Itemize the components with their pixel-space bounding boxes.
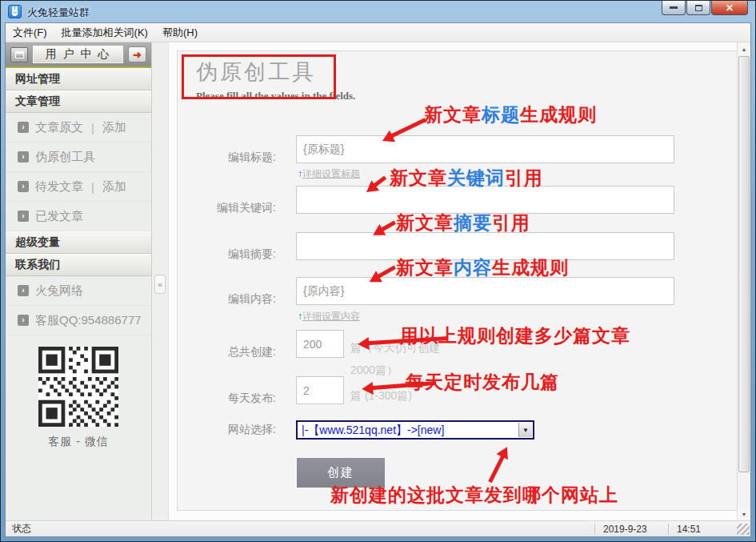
chevron-right-icon: › xyxy=(18,181,29,192)
total-create-suffix2: 2000篇） xyxy=(350,363,398,378)
annotation-title-rule: 新文章标题生成规则 xyxy=(424,102,597,127)
sidebar-link-add-pending[interactable]: 添加 xyxy=(102,179,126,195)
page-title: 伪原创工具 xyxy=(196,58,316,86)
chevron-right-icon: › xyxy=(18,151,29,163)
keywords-field-label: 编辑关键词: xyxy=(182,201,276,215)
sidebar-header-url-management[interactable]: 网址管理 xyxy=(6,68,151,90)
app-window: 火兔轻量站群 ✕ 文件(F) 批量添加相关词(K) 帮助(H) 用 户 中 心 … xyxy=(0,0,756,542)
annotation-keywords-ref: 新文章关键词引用 xyxy=(390,166,543,191)
menu-batch-add-keywords[interactable]: 批量添加相关词(K) xyxy=(54,23,155,42)
content-detail-link[interactable]: ↑详细设置内容 xyxy=(298,310,360,323)
page-subtitle: Please fill all the values in the fields… xyxy=(196,90,355,102)
sidebar-item-published-articles[interactable]: › 已发文章 xyxy=(6,202,151,231)
status-bar: 状态 2019-9-23 14:51 xyxy=(6,520,750,536)
site-select-value: |-【www.521qq.net】->[new] xyxy=(302,424,444,438)
menu-bar: 文件(F) 批量添加相关词(K) 帮助(H) xyxy=(6,23,750,42)
daily-publish-label: 每天发布: xyxy=(182,391,276,406)
sidebar-item-pseudo-original-tool[interactable]: › 伪原创工具 xyxy=(6,143,151,172)
menu-help[interactable]: 帮助(H) xyxy=(155,23,205,42)
qr-caption: 客服 - 微信 xyxy=(6,435,151,449)
chevron-right-icon: › xyxy=(18,122,29,133)
sidebar-link-add-article[interactable]: 添加 xyxy=(102,120,126,135)
window-icon[interactable] xyxy=(10,47,28,62)
vertical-scrollbar[interactable]: ▲ ▼ xyxy=(737,42,750,520)
window-title: 火兔轻量站群 xyxy=(27,6,90,20)
sidebar-toolbar: 用 户 中 心 ➜ xyxy=(6,42,151,68)
resize-grip[interactable] xyxy=(737,524,750,535)
site-select-dropdown[interactable]: |-【www.521qq.net】->[new] ▼ xyxy=(296,420,534,440)
sidebar-header-super-variables[interactable]: 超级变量 xyxy=(6,231,151,254)
scroll-up-icon[interactable]: ▲ xyxy=(738,42,750,55)
site-select-label: 网站选择: xyxy=(182,423,276,437)
annotation-target-site: 新创建的这批文章发到哪个网站上 xyxy=(330,483,618,508)
chevron-right-icon: › xyxy=(18,315,29,326)
collapse-sidebar-icon[interactable]: « xyxy=(154,275,166,294)
main-content: 伪原创工具 Please fill all the values in the … xyxy=(169,42,737,520)
sidebar-item-huotu-network[interactable]: › 火兔网络 xyxy=(6,276,151,306)
title-detail-link[interactable]: ↑详细设置标题 xyxy=(298,167,360,181)
chevron-right-icon: › xyxy=(18,211,29,222)
status-date: 2019-9-23 xyxy=(594,524,668,535)
chevron-right-icon: › xyxy=(18,285,29,296)
title-field-label: 编辑标题: xyxy=(182,151,276,165)
sidebar: 用 户 中 心 ➜ 网址管理 文章管理 › 文章原文 | 添加 › 伪原创工具 … xyxy=(6,42,152,520)
splitter[interactable]: « xyxy=(152,42,169,520)
maximize-button[interactable] xyxy=(686,1,710,15)
daily-publish-input[interactable] xyxy=(296,376,344,404)
minimize-button[interactable] xyxy=(662,1,686,15)
dropdown-arrow-icon[interactable]: ▼ xyxy=(518,423,532,437)
menu-file[interactable]: 文件(F) xyxy=(6,23,54,42)
content-input[interactable] xyxy=(296,277,674,305)
rabbit-logo-icon xyxy=(8,5,22,18)
annotation-summary-ref: 新文章摘要引用 xyxy=(396,211,530,235)
sidebar-item-service-qq[interactable]: › 客服QQ:954886777 xyxy=(6,306,151,335)
content-field-label: 编辑内容: xyxy=(182,292,276,307)
annotation-content-rule: 新文章内容生成规则 xyxy=(396,255,569,280)
sidebar-item-article-source[interactable]: › 文章原文 | 添加 xyxy=(6,113,151,143)
arrow-right-icon[interactable]: ➜ xyxy=(128,46,146,62)
sidebar-header-contact-us[interactable]: 联系我们 xyxy=(6,254,151,276)
red-arrow-icon xyxy=(484,444,513,485)
sidebar-header-article-management[interactable]: 文章管理 xyxy=(6,90,151,113)
client-area: 文件(F) 批量添加相关词(K) 帮助(H) 用 户 中 心 ➜ 网址管理 文章… xyxy=(5,22,751,537)
summary-field-label: 编辑摘要: xyxy=(182,247,276,262)
status-time: 14:51 xyxy=(668,524,737,535)
user-center-button[interactable]: 用 户 中 心 xyxy=(33,46,123,63)
title-input[interactable] xyxy=(296,135,674,163)
scrollbar-thumb[interactable] xyxy=(738,56,750,472)
scroll-down-icon[interactable]: ▼ xyxy=(738,508,750,520)
total-create-label: 总共创建: xyxy=(182,345,276,359)
status-text: 状态 xyxy=(6,522,594,536)
qr-code xyxy=(38,347,118,427)
sidebar-item-pending-articles[interactable]: › 待发文章 | 添加 xyxy=(6,172,151,202)
close-button[interactable]: ✕ xyxy=(711,1,748,15)
title-bar[interactable]: 火兔轻量站群 ✕ xyxy=(1,1,755,22)
total-create-input[interactable] xyxy=(296,330,344,358)
